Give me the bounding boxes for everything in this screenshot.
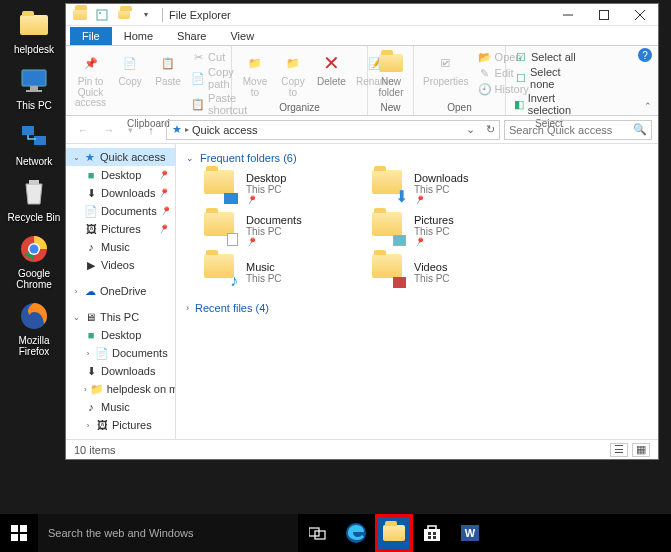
nav-pictures[interactable]: 🖼Pictures📍 [66,220,175,238]
select-all-button[interactable]: ☑Select all [512,49,586,65]
svg-rect-5 [29,180,39,184]
breadcrumb-quick-access: ★▸Quick access [169,123,260,136]
folder-downloads[interactable]: ⬇DownloadsThis PC📍 [372,170,522,206]
desktop-icon-helpdesk[interactable]: helpdesk [3,5,65,61]
folder-pictures[interactable]: PicturesThis PC📍 [372,212,522,248]
navigation-pane[interactable]: ⌄★Quick access ■Desktop📍 ⬇Downloads📍 📄Do… [66,144,176,439]
folder-videos[interactable]: VideosThis PC [372,254,522,290]
content-area: ⌄Frequent folders (6) DesktopThis PC📍 ⬇D… [176,144,658,439]
collapse-ribbon[interactable]: ⌃ [644,101,652,111]
svg-rect-2 [26,90,42,92]
svg-text:W: W [465,527,476,539]
copy-to-button[interactable]: 📁Copy to [276,48,310,100]
taskbar-file-explorer[interactable] [375,514,413,552]
nav-tp-documents[interactable]: ›📄Documents [66,344,175,362]
svg-rect-3 [22,126,34,135]
invert-selection-button[interactable]: ◧Invert selection [512,91,586,117]
tab-home[interactable]: Home [112,27,165,45]
pin-to-quick-access[interactable]: 📌Pin to Quick access [72,48,109,111]
nav-this-pc[interactable]: ⌄🖥This PC [66,308,175,326]
folder-icon [70,6,90,24]
pin-icon: 📍 [158,204,173,218]
minimize-button[interactable] [550,4,586,26]
folder-music[interactable]: ♪MusicThis PC [204,254,354,290]
svg-point-11 [99,12,101,14]
help-icon[interactable]: ? [638,48,652,62]
nav-quick-access[interactable]: ⌄★Quick access [66,148,175,166]
nav-downloads[interactable]: ⬇Downloads📍 [66,184,175,202]
qat-customize[interactable]: ▾ [136,6,156,24]
tab-view[interactable]: View [218,27,266,45]
nav-tp-downloads[interactable]: ⬇Downloads [66,362,175,380]
status-bar: 10 items ☰ ▦ [66,439,658,459]
delete-button[interactable]: ✕Delete [314,48,349,90]
search-box[interactable]: 🔍 [504,120,652,140]
window-title: File Explorer [169,9,231,21]
svg-rect-21 [433,532,436,535]
icons-view-button[interactable]: ▦ [632,443,650,457]
file-explorer-window: ▾ File Explorer File Home Share View ? ⌃… [65,3,659,460]
svg-rect-13 [600,10,609,19]
chevron-down-icon[interactable]: ⌄ [466,123,475,136]
select-none-button[interactable]: ☐Select none [512,65,586,91]
ribbon: ? ⌃ 📌Pin to Quick access 📄Copy 📋Paste ✂C… [66,46,658,116]
svg-rect-1 [30,86,38,90]
details-view-button[interactable]: ☰ [610,443,628,457]
taskbar-edge[interactable] [337,514,375,552]
svg-rect-19 [424,529,440,541]
qat-properties[interactable] [92,6,112,24]
breadcrumb-bar[interactable]: ★▸Quick access ⌄ ↻ [166,120,500,140]
nav-music[interactable]: ♪Music [66,238,175,256]
recent-files-header[interactable]: ›Recent files (4) [186,300,648,316]
taskbar-search[interactable]: Search the web and Windows [38,514,298,552]
nav-onedrive[interactable]: ›☁OneDrive [66,282,175,300]
copy-button[interactable]: 📄Copy [113,48,147,90]
folder-desktop[interactable]: DesktopThis PC📍 [204,170,354,206]
desktop-icon-recycle-bin[interactable]: Recycle Bin [3,173,65,229]
nav-tp-music[interactable]: ♪Music [66,398,175,416]
nav-desktop[interactable]: ■Desktop📍 [66,166,175,184]
refresh-icon[interactable]: ↻ [486,123,495,136]
taskbar: Search the web and Windows W [0,514,671,552]
desktop-icon-network[interactable]: Network [3,117,65,173]
taskbar-word[interactable]: W [451,514,489,552]
nav-videos[interactable]: ▶Videos [66,256,175,274]
nav-tp-helpdesk[interactable]: ›📁helpdesk on my [66,380,175,398]
desktop-icon-firefox[interactable]: Mozilla Firefox [3,296,65,363]
qat-new-folder[interactable] [114,6,134,24]
tab-file[interactable]: File [70,27,112,45]
tab-share[interactable]: Share [165,27,218,45]
taskbar-store[interactable] [413,514,451,552]
nav-tp-pictures[interactable]: ›🖼Pictures [66,416,175,434]
move-to-button[interactable]: 📁Move to [238,48,272,100]
maximize-button[interactable] [586,4,622,26]
desktop-icons: helpdesk This PC Network Recycle Bin Goo… [3,5,65,363]
nav-documents[interactable]: 📄Documents📍 [66,202,175,220]
menubar: File Home Share View [66,26,658,46]
search-icon[interactable]: 🔍 [633,123,647,136]
frequent-folders: DesktopThis PC📍 ⬇DownloadsThis PC📍 Docum… [186,166,648,300]
svg-rect-16 [309,528,319,536]
desktop-icon-this-pc[interactable]: This PC [3,61,65,117]
organize-group-label: Organize [238,101,361,115]
svg-rect-0 [22,70,46,86]
pin-icon: 📍 [156,222,171,236]
task-view-button[interactable] [299,514,337,552]
new-folder-button[interactable]: New folder [374,48,408,100]
svg-rect-4 [34,136,46,145]
frequent-folders-header[interactable]: ⌄Frequent folders (6) [186,150,648,166]
folder-documents[interactable]: DocumentsThis PC📍 [204,212,354,248]
desktop-icon-chrome[interactable]: Google Chrome [3,229,65,296]
pin-icon: 📍 [157,186,172,200]
search-input[interactable] [509,124,647,136]
nav-tp-desktop[interactable]: ■Desktop [66,326,175,344]
paste-button[interactable]: 📋Paste [151,48,185,90]
properties-button[interactable]: 🗹Properties [420,48,472,90]
close-button[interactable] [622,4,658,26]
open-group-label: Open [420,101,499,115]
start-button[interactable] [0,514,38,552]
titlebar: ▾ File Explorer [66,4,658,26]
svg-rect-23 [433,536,436,539]
pin-icon: 📍 [156,168,171,182]
svg-rect-10 [97,10,107,20]
